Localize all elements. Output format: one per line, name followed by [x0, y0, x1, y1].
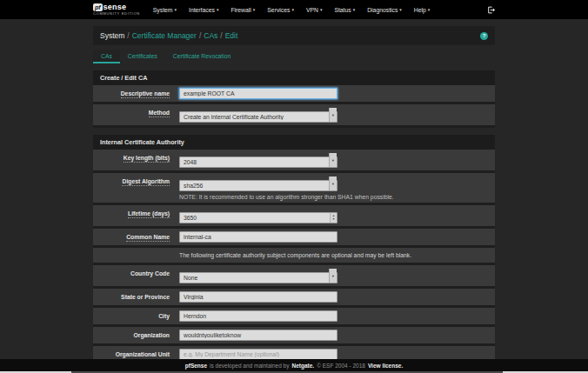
- chevron-down-icon: ▾: [217, 8, 219, 12]
- field-digest-algorithm: Digest Algorithm sha256 ▾ NOTE: It is re…: [93, 173, 495, 205]
- chevron-down-icon: ▾: [353, 8, 356, 12]
- descriptive-name-label: Descriptive name: [100, 88, 170, 99]
- country-code-select[interactable]: None: [179, 272, 337, 283]
- organization-input[interactable]: [179, 330, 337, 341]
- breadcrumb-edit[interactable]: Edit: [225, 31, 238, 40]
- city-input[interactable]: [179, 310, 337, 322]
- chevron-down-icon: ▾: [175, 8, 177, 12]
- section-title-create-edit-ca: Create / Edit CA: [93, 70, 495, 85]
- sign-out-icon[interactable]: [487, 6, 495, 14]
- field-key-length: Key length (bits) 2048 ▾: [93, 150, 495, 173]
- menu-diagnostics[interactable]: Diagnostics▾: [361, 7, 408, 13]
- menu-services[interactable]: Services▾: [261, 7, 300, 13]
- menu-system[interactable]: System▾: [147, 7, 183, 13]
- menu-status[interactable]: Status▾: [328, 7, 361, 13]
- lifetime-input[interactable]: [179, 212, 337, 223]
- country-code-label: Country Code: [100, 268, 170, 283]
- common-name-label: Common Name: [100, 231, 170, 243]
- empty-label: [100, 250, 170, 260]
- descriptive-name-input[interactable]: [179, 88, 337, 99]
- section-title-internal-ca: Internal Certificate Authority: [93, 135, 495, 150]
- breadcrumb: System / Certificate Manager / CAs / Edi…: [93, 26, 495, 45]
- digest-algorithm-label: Digest Algorithm: [100, 176, 170, 200]
- spinner-down-icon[interactable]: ▼: [332, 218, 335, 222]
- community-edition-tagline: COMMUNITY EDITION: [93, 12, 140, 16]
- tab-certificates[interactable]: Certificates: [120, 50, 165, 63]
- common-name-input[interactable]: [179, 231, 337, 243]
- breadcrumb-cas[interactable]: CAs: [204, 31, 217, 40]
- organization-label: Organization: [100, 330, 170, 341]
- footer-netgate-link[interactable]: Netgate.: [291, 363, 314, 369]
- tab-bar: CAs Certificates Certificate Revocation: [93, 50, 495, 63]
- pfsense-logo-mark: pf: [93, 3, 103, 11]
- breadcrumb-system: System: [100, 31, 124, 40]
- breadcrumb-separator: /: [127, 31, 129, 40]
- field-country-code: Country Code None ▾: [93, 265, 495, 289]
- footer-copyright: © ESF 2004 - 2018: [317, 363, 365, 369]
- city-label: City: [100, 310, 170, 322]
- key-length-label: Key length (bits): [100, 152, 170, 168]
- breadcrumb-separator: /: [199, 31, 201, 40]
- tab-cas[interactable]: CAs: [93, 50, 120, 63]
- method-label: Method: [100, 107, 170, 123]
- chevron-down-icon: ▾: [253, 8, 256, 12]
- digest-algorithm-select[interactable]: sha256: [179, 180, 337, 191]
- top-navbar: pf sense COMMUNITY EDITION System▾ Inter…: [0, 0, 588, 19]
- number-spinner[interactable]: ▲ ▼: [330, 213, 337, 223]
- state-province-input[interactable]: [179, 291, 337, 303]
- menu-interfaces[interactable]: Interfaces▾: [183, 7, 224, 13]
- pfsense-logo[interactable]: pf sense COMMUNITY EDITION: [93, 3, 140, 17]
- field-city: City: [93, 308, 495, 327]
- state-province-label: State or Province: [100, 291, 170, 303]
- breadcrumb-separator: /: [220, 31, 222, 40]
- chevron-down-icon: ▾: [428, 8, 431, 12]
- menu-help[interactable]: Help▾: [408, 7, 437, 13]
- field-descriptive-name: Descriptive name: [93, 85, 495, 104]
- field-method: Method Create an internal Certificate Au…: [93, 104, 495, 128]
- method-select[interactable]: Create an internal Certificate Authority: [179, 111, 337, 123]
- field-common-name: Common Name: [93, 229, 495, 248]
- optional-components-note: The following certificate authority subj…: [179, 250, 488, 260]
- footer-view-license-link[interactable]: View license.: [368, 363, 403, 369]
- key-length-select[interactable]: 2048: [179, 157, 337, 168]
- chevron-down-icon: ▾: [320, 8, 323, 12]
- pfsense-logo-text: sense: [104, 3, 127, 11]
- field-organization: Organization: [93, 327, 495, 346]
- page-footer: pfSense is developed and maintained by N…: [0, 359, 588, 371]
- tab-certificate-revocation[interactable]: Certificate Revocation: [165, 50, 239, 63]
- help-icon[interactable]: ?: [480, 32, 488, 40]
- chevron-down-icon: ▾: [291, 8, 294, 12]
- breadcrumb-certificate-manager[interactable]: Certificate Manager: [132, 31, 197, 40]
- footer-brand: pfSense: [185, 363, 207, 369]
- field-lifetime: Lifetime (days) ▲ ▼: [93, 205, 495, 229]
- field-state-province: State or Province: [93, 289, 495, 308]
- lifetime-label: Lifetime (days): [100, 208, 170, 223]
- chevron-down-icon: ▾: [399, 8, 402, 12]
- digest-algorithm-note: NOTE: It is recommended to use an algori…: [179, 194, 488, 200]
- footer-text: is developed and maintained by: [210, 363, 289, 369]
- main-menu: System▾ Interfaces▾ Firewall▾ Services▾ …: [147, 7, 487, 13]
- menu-firewall[interactable]: Firewall▾: [224, 7, 261, 13]
- row-optional-note: The following certificate authority subj…: [93, 248, 495, 265]
- menu-vpn[interactable]: VPN▾: [300, 7, 329, 13]
